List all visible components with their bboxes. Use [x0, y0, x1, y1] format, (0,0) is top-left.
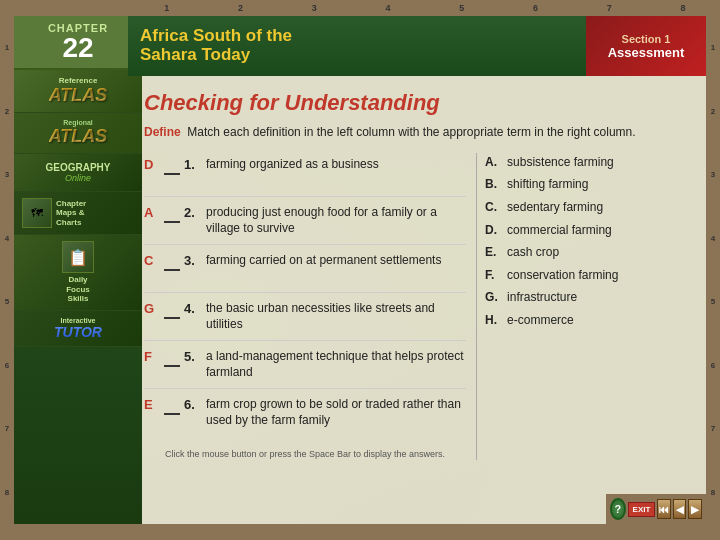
assessment-label: Assessment: [608, 45, 685, 60]
list-item: D. commercial farming: [485, 221, 690, 241]
q-text-1: farming organized as a business: [206, 156, 466, 172]
list-item: B. shifting farming: [485, 175, 690, 195]
sidebar-item-regional-atlas[interactable]: Regional ATLAS: [14, 113, 142, 154]
ruler-left-7: 7: [5, 397, 9, 461]
a-text-d: commercial farming: [507, 223, 612, 239]
ruler-right-4: 4: [711, 207, 715, 271]
section-label: Section 1: [622, 33, 671, 45]
ruler-num-8: 8: [646, 3, 720, 13]
q-underline-3: [164, 252, 180, 271]
instruction-text: Define Match each definition in the left…: [144, 124, 690, 141]
q-answer-d: D: [144, 156, 160, 172]
tutor-logo: TUTOR: [54, 324, 102, 340]
prev-button[interactable]: ◀: [673, 499, 687, 519]
q-underline-1: [164, 156, 180, 175]
interactive-label: Interactive: [60, 317, 95, 324]
sidebar-item-reference-atlas[interactable]: Reference ATLAS: [14, 70, 142, 113]
q-text-5: a land-management technique that helps p…: [206, 348, 466, 380]
define-label: Define: [144, 125, 181, 139]
daily-focus-icon: 📋: [62, 241, 94, 273]
a-text-g: infrastructure: [507, 290, 577, 306]
exit-button[interactable]: EXIT: [628, 502, 656, 517]
q-num-2: 2.: [184, 204, 202, 220]
table-row: A 2. producing just enough food for a fa…: [144, 201, 466, 245]
ruler-bottom: [0, 524, 720, 540]
sidebar-item-interactive-tutor[interactable]: Interactive TUTOR: [14, 311, 142, 347]
a-text-b: shifting farming: [507, 177, 588, 193]
ruler-right-3: 3: [711, 143, 715, 207]
q-underline-5: [164, 348, 180, 367]
atlas-logo-regional: ATLAS: [49, 126, 108, 147]
q-num-1: 1.: [184, 156, 202, 172]
q-text-3: farming carried on at permanent settleme…: [206, 252, 466, 268]
table-row: G 4. the basic urban necessities like st…: [144, 297, 466, 341]
list-item: C. sedentary farming: [485, 198, 690, 218]
q-answer-a: A: [144, 204, 160, 220]
ruler-right: 1 2 3 4 5 6 7 8: [706, 16, 720, 524]
sidebar-item-geography-online[interactable]: GEOGRAPHY Online: [14, 154, 142, 192]
ruler-right-8: 8: [711, 461, 715, 525]
ruler-top: 1 2 3 4 5 6 7 8: [0, 0, 720, 16]
sidebar-item-daily-focus[interactable]: 📋 DailyFocusSkills: [14, 235, 142, 311]
a-letter-g: G.: [485, 290, 501, 304]
columns: D 1. farming organized as a business A 2…: [144, 153, 690, 461]
q-text-2: producing just enough food for a family …: [206, 204, 466, 236]
ruler-left-5: 5: [5, 270, 9, 334]
ruler-left-3: 3: [5, 143, 9, 207]
a-text-h: e-commerce: [507, 313, 574, 329]
ruler-num-2: 2: [204, 3, 278, 13]
a-letter-d: D.: [485, 223, 501, 237]
ruler-right-7: 7: [711, 397, 715, 461]
ruler-left-4: 4: [5, 207, 9, 271]
a-text-a: subsistence farming: [507, 155, 614, 171]
a-text-f: conservation farming: [507, 268, 618, 284]
table-row: E 6. farm crop grown to be sold or trade…: [144, 393, 466, 437]
table-row: D 1. farming organized as a business: [144, 153, 466, 197]
list-item: G. infrastructure: [485, 288, 690, 308]
q-underline-4: [164, 300, 180, 319]
a-letter-b: B.: [485, 177, 501, 191]
table-row: F 5. a land-management technique that he…: [144, 345, 466, 389]
ruler-left: 1 2 3 4 5 6 7 8: [0, 16, 14, 524]
ruler-right-6: 6: [711, 334, 715, 398]
ruler-left-1: 1: [5, 16, 9, 80]
atlas-logo-reference: ATLAS: [49, 85, 108, 106]
a-text-c: sedentary farming: [507, 200, 603, 216]
q-num-3: 3.: [184, 252, 202, 268]
page-heading: Checking for Understanding: [144, 90, 690, 116]
a-letter-e: E.: [485, 245, 501, 259]
online-label: Online: [65, 173, 91, 183]
sidebar-item-chapter-maps[interactable]: 🗺 ChapterMaps &Charts: [14, 192, 142, 235]
daily-focus-label: DailyFocusSkills: [66, 275, 90, 304]
q-answer-f: F: [144, 348, 160, 364]
q-underline-2: [164, 204, 180, 223]
chapter-box: CHAPTER 22: [14, 16, 142, 70]
q-text-4: the basic urban necessities like streets…: [206, 300, 466, 332]
sidebar: CHAPTER 22 Reference ATLAS Regional ATLA…: [14, 16, 142, 524]
a-letter-f: F.: [485, 268, 501, 282]
instruction-body: Match each definition in the left column…: [187, 125, 635, 139]
section-badge: Section 1 Assessment: [586, 16, 706, 76]
bottom-nav-bar: ? EXIT ⏮ ◀ ▶: [606, 494, 706, 524]
geography-text: GEOGRAPHY: [45, 162, 110, 173]
list-item: E. cash crop: [485, 243, 690, 263]
list-item: A. subsistence farming: [485, 153, 690, 173]
maps-label: ChapterMaps &Charts: [56, 199, 86, 228]
q-answer-g: G: [144, 300, 160, 316]
main-content: Checking for Understanding Define Match …: [128, 76, 706, 524]
a-letter-a: A.: [485, 155, 501, 169]
q-num-5: 5.: [184, 348, 202, 364]
prev-prev-button[interactable]: ⏮: [657, 499, 671, 519]
ruler-right-2: 2: [711, 80, 715, 144]
q-answer-c: C: [144, 252, 160, 268]
reference-label: Reference: [59, 76, 98, 85]
ruler-num-1: 1: [130, 3, 204, 13]
next-button[interactable]: ▶: [688, 499, 702, 519]
ruler-num-6: 6: [499, 3, 573, 13]
ruler-right-1: 1: [711, 16, 715, 80]
help-button[interactable]: ?: [610, 498, 626, 520]
a-letter-h: H.: [485, 313, 501, 327]
ruler-left-6: 6: [5, 334, 9, 398]
q-underline-6: [164, 396, 180, 415]
list-item: H. e-commerce: [485, 311, 690, 331]
